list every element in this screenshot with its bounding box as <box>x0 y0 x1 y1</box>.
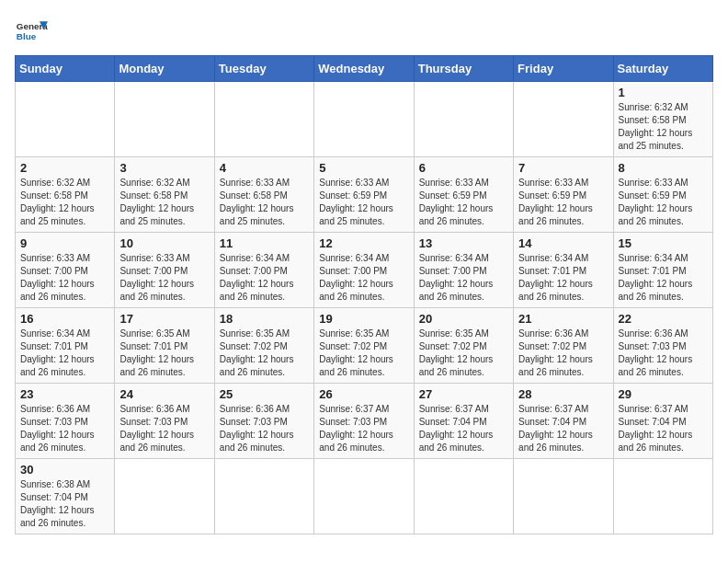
day-number: 25 <box>220 387 309 401</box>
calendar-cell <box>115 82 214 157</box>
calendar-cell: 3Sunrise: 6:32 AM Sunset: 6:58 PM Daylig… <box>115 157 214 233</box>
weekday-header-thursday: Thursday <box>414 56 513 82</box>
weekday-header-sunday: Sunday <box>16 56 115 82</box>
calendar-cell: 23Sunrise: 6:36 AM Sunset: 7:03 PM Dayli… <box>16 384 115 459</box>
calendar-cell: 26Sunrise: 6:37 AM Sunset: 7:03 PM Dayli… <box>314 384 414 459</box>
calendar-cell: 11Sunrise: 6:34 AM Sunset: 7:00 PM Dayli… <box>214 233 313 308</box>
weekday-header-wednesday: Wednesday <box>314 56 414 82</box>
day-number: 4 <box>220 161 309 175</box>
calendar-cell: 7Sunrise: 6:33 AM Sunset: 6:59 PM Daylig… <box>514 157 613 233</box>
day-info: Sunrise: 6:33 AM Sunset: 7:00 PM Dayligh… <box>20 252 109 304</box>
day-number: 18 <box>220 312 309 326</box>
day-number: 30 <box>20 463 109 477</box>
calendar-cell <box>414 459 513 534</box>
day-info: Sunrise: 6:33 AM Sunset: 6:59 PM Dayligh… <box>419 177 508 228</box>
day-info: Sunrise: 6:33 AM Sunset: 7:00 PM Dayligh… <box>119 252 209 304</box>
weekday-header-tuesday: Tuesday <box>214 56 313 82</box>
calendar-cell: 22Sunrise: 6:36 AM Sunset: 7:03 PM Dayli… <box>613 308 712 384</box>
day-number: 24 <box>119 387 209 401</box>
calendar-cell: 25Sunrise: 6:36 AM Sunset: 7:03 PM Dayli… <box>214 384 313 459</box>
calendar-header: SundayMondayTuesdayWednesdayThursdayFrid… <box>16 56 713 82</box>
day-info: Sunrise: 6:35 AM Sunset: 7:02 PM Dayligh… <box>220 327 309 379</box>
calendar-cell: 12Sunrise: 6:34 AM Sunset: 7:00 PM Dayli… <box>314 233 414 308</box>
day-info: Sunrise: 6:33 AM Sunset: 6:58 PM Dayligh… <box>220 177 309 228</box>
calendar-cell: 17Sunrise: 6:35 AM Sunset: 7:01 PM Dayli… <box>115 308 214 384</box>
logo: General Blue <box>15 15 51 48</box>
day-number: 20 <box>419 312 508 326</box>
day-number: 16 <box>20 312 109 326</box>
calendar-cell: 16Sunrise: 6:34 AM Sunset: 7:01 PM Dayli… <box>16 308 115 384</box>
calendar-week-4: 23Sunrise: 6:36 AM Sunset: 7:03 PM Dayli… <box>16 384 713 459</box>
calendar-cell: 1Sunrise: 6:32 AM Sunset: 6:58 PM Daylig… <box>613 82 712 157</box>
calendar-cell: 6Sunrise: 6:33 AM Sunset: 6:59 PM Daylig… <box>414 157 513 233</box>
calendar-week-5: 30Sunrise: 6:38 AM Sunset: 7:04 PM Dayli… <box>16 459 713 534</box>
day-number: 11 <box>220 236 309 250</box>
day-info: Sunrise: 6:34 AM Sunset: 7:01 PM Dayligh… <box>20 327 109 379</box>
svg-text:Blue: Blue <box>17 31 37 41</box>
calendar-cell: 13Sunrise: 6:34 AM Sunset: 7:00 PM Dayli… <box>414 233 513 308</box>
day-number: 15 <box>619 236 708 250</box>
calendar-cell: 5Sunrise: 6:33 AM Sunset: 6:59 PM Daylig… <box>314 157 414 233</box>
day-number: 22 <box>619 312 708 326</box>
day-info: Sunrise: 6:33 AM Sunset: 6:59 PM Dayligh… <box>619 177 708 228</box>
calendar-cell <box>514 82 613 157</box>
header: General Blue <box>15 15 713 48</box>
day-info: Sunrise: 6:35 AM Sunset: 7:01 PM Dayligh… <box>119 327 209 379</box>
calendar-cell: 14Sunrise: 6:34 AM Sunset: 7:01 PM Dayli… <box>514 233 613 308</box>
calendar-table: SundayMondayTuesdayWednesdayThursdayFrid… <box>15 55 713 534</box>
calendar-cell: 30Sunrise: 6:38 AM Sunset: 7:04 PM Dayli… <box>16 459 115 534</box>
calendar-cell <box>314 459 414 534</box>
calendar-week-3: 16Sunrise: 6:34 AM Sunset: 7:01 PM Dayli… <box>16 308 713 384</box>
calendar-cell: 19Sunrise: 6:35 AM Sunset: 7:02 PM Dayli… <box>314 308 414 384</box>
calendar-cell <box>16 82 115 157</box>
calendar-week-2: 9Sunrise: 6:33 AM Sunset: 7:00 PM Daylig… <box>16 233 713 308</box>
day-info: Sunrise: 6:34 AM Sunset: 7:00 PM Dayligh… <box>419 252 508 304</box>
calendar-cell <box>115 459 214 534</box>
calendar-cell: 2Sunrise: 6:32 AM Sunset: 6:58 PM Daylig… <box>16 157 115 233</box>
day-number: 26 <box>319 387 408 401</box>
day-info: Sunrise: 6:34 AM Sunset: 7:01 PM Dayligh… <box>518 252 608 304</box>
day-number: 1 <box>619 86 708 99</box>
day-number: 12 <box>319 236 408 250</box>
calendar-cell <box>314 82 414 157</box>
logo-icon: General Blue <box>15 15 48 48</box>
calendar-cell <box>414 82 513 157</box>
day-number: 3 <box>119 161 209 175</box>
calendar-cell <box>514 459 613 534</box>
day-info: Sunrise: 6:34 AM Sunset: 7:01 PM Dayligh… <box>619 252 708 304</box>
calendar-cell <box>214 459 313 534</box>
day-info: Sunrise: 6:36 AM Sunset: 7:03 PM Dayligh… <box>20 403 109 454</box>
weekday-header-monday: Monday <box>115 56 214 82</box>
day-info: Sunrise: 6:36 AM Sunset: 7:02 PM Dayligh… <box>518 327 608 379</box>
day-number: 29 <box>619 387 708 401</box>
day-number: 13 <box>419 236 508 250</box>
day-info: Sunrise: 6:36 AM Sunset: 7:03 PM Dayligh… <box>119 403 209 454</box>
day-info: Sunrise: 6:32 AM Sunset: 6:58 PM Dayligh… <box>619 101 708 153</box>
calendar-cell: 27Sunrise: 6:37 AM Sunset: 7:04 PM Dayli… <box>414 384 513 459</box>
day-number: 17 <box>119 312 209 326</box>
day-number: 2 <box>20 161 109 175</box>
weekday-header-saturday: Saturday <box>613 56 712 82</box>
calendar-cell: 28Sunrise: 6:37 AM Sunset: 7:04 PM Dayli… <box>514 384 613 459</box>
calendar-cell: 18Sunrise: 6:35 AM Sunset: 7:02 PM Dayli… <box>214 308 313 384</box>
calendar-week-0: 1Sunrise: 6:32 AM Sunset: 6:58 PM Daylig… <box>16 82 713 157</box>
day-number: 14 <box>518 236 608 250</box>
day-info: Sunrise: 6:35 AM Sunset: 7:02 PM Dayligh… <box>419 327 508 379</box>
day-number: 27 <box>419 387 508 401</box>
day-number: 7 <box>518 161 608 175</box>
day-number: 19 <box>319 312 408 326</box>
day-number: 23 <box>20 387 109 401</box>
calendar-cell: 9Sunrise: 6:33 AM Sunset: 7:00 PM Daylig… <box>16 233 115 308</box>
day-number: 9 <box>20 236 109 250</box>
day-info: Sunrise: 6:34 AM Sunset: 7:00 PM Dayligh… <box>220 252 309 304</box>
day-number: 28 <box>518 387 608 401</box>
calendar-cell: 29Sunrise: 6:37 AM Sunset: 7:04 PM Dayli… <box>613 384 712 459</box>
calendar-cell: 21Sunrise: 6:36 AM Sunset: 7:02 PM Dayli… <box>514 308 613 384</box>
calendar-week-1: 2Sunrise: 6:32 AM Sunset: 6:58 PM Daylig… <box>16 157 713 233</box>
day-info: Sunrise: 6:33 AM Sunset: 6:59 PM Dayligh… <box>319 177 408 228</box>
calendar-cell: 24Sunrise: 6:36 AM Sunset: 7:03 PM Dayli… <box>115 384 214 459</box>
day-info: Sunrise: 6:34 AM Sunset: 7:00 PM Dayligh… <box>319 252 408 304</box>
day-info: Sunrise: 6:36 AM Sunset: 7:03 PM Dayligh… <box>220 403 309 454</box>
day-number: 5 <box>319 161 408 175</box>
day-number: 8 <box>619 161 708 175</box>
